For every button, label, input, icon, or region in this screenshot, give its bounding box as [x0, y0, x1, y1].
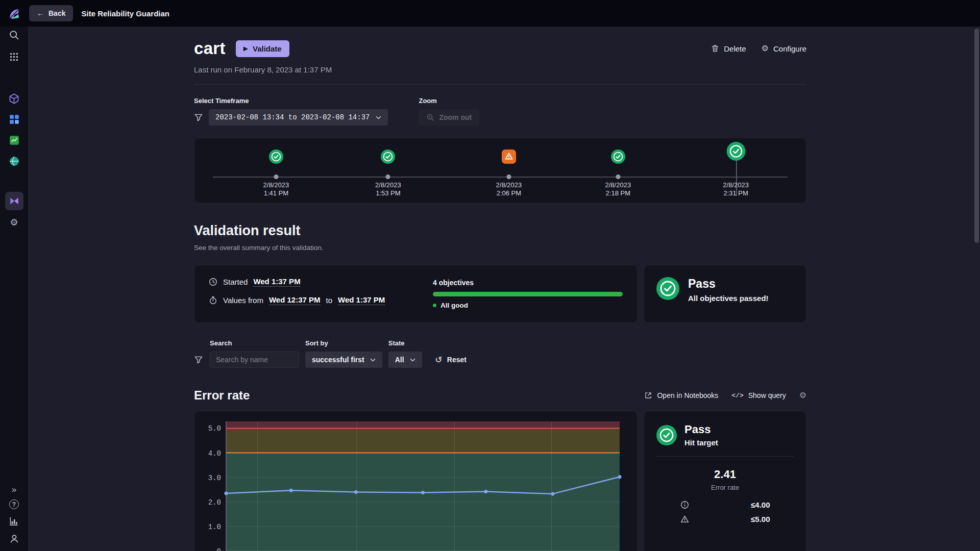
back-button[interactable]: ← Back	[29, 5, 73, 21]
objectives-count: 4 objectives	[433, 279, 623, 287]
chevron-down-icon	[410, 358, 415, 362]
search-icon[interactable]	[8, 29, 20, 41]
data-point	[225, 491, 228, 495]
pass-icon	[611, 149, 625, 164]
app-title: Site Reliability Guardian	[81, 9, 169, 18]
pass-icon	[656, 425, 677, 445]
app-icon-site-reliability-guardian[interactable]	[5, 192, 23, 210]
settings-app-icon[interactable]: ⚙	[8, 216, 20, 229]
expand-sidebar-icon[interactable]: »	[12, 485, 16, 494]
dynatrace-logo[interactable]	[7, 7, 21, 20]
app-icon-chart[interactable]	[8, 134, 20, 146]
help-icon[interactable]: ?	[9, 499, 19, 509]
data-point	[551, 492, 554, 495]
code-icon: </>	[731, 392, 743, 399]
overall-result-card: Pass All objectives passed!	[644, 265, 806, 323]
timeline-run-date: 2/8/2023	[243, 181, 309, 189]
timeline-run[interactable]: 2/8/20231:53 PM	[355, 138, 421, 203]
sort-select[interactable]: successful first	[305, 352, 382, 368]
error-rate-chart[interactable]: 01:45 PM02 PM02:15 PM02:30 PM01.02.03.04…	[194, 411, 637, 551]
scrollbar-thumb[interactable]	[974, 29, 979, 243]
svg-text:2.0: 2.0	[208, 498, 221, 507]
sort-label: Sort by	[305, 339, 382, 347]
header-divider	[194, 84, 806, 85]
chart-band-fail-zone	[226, 421, 620, 428]
timeline-run-time: 2:18 PM	[585, 189, 651, 197]
show-query-label: Show query	[748, 391, 786, 399]
page-title: cart	[194, 39, 226, 58]
state-select[interactable]: All	[388, 352, 422, 368]
back-arrow-icon: ←	[37, 9, 44, 17]
svg-text:0: 0	[217, 547, 221, 551]
started-label: Started	[223, 278, 248, 286]
svg-text:1.0: 1.0	[208, 523, 221, 531]
zoom-out-icon	[426, 113, 434, 121]
data-point	[289, 489, 293, 492]
objective-settings-icon[interactable]: ⚙	[799, 391, 806, 399]
delete-button[interactable]: Delete	[711, 44, 746, 53]
sort-value: successful first	[312, 356, 364, 364]
overall-result-label: Pass	[688, 277, 769, 291]
svg-text:3.0: 3.0	[208, 474, 221, 482]
usage-chart-icon[interactable]	[8, 515, 20, 527]
main-content: cart ▶ Validate Delete ⚙ Configure Last …	[29, 27, 980, 551]
timeline-track: 2/8/20231:41 PM2/8/20231:53 PM2/8/20232:…	[213, 138, 788, 203]
app-icon-grid[interactable]	[8, 113, 20, 126]
reset-button[interactable]: ↺ Reset	[435, 352, 467, 368]
stopwatch-icon	[209, 296, 217, 305]
info-icon	[680, 500, 689, 509]
result-divider	[656, 456, 794, 457]
timeline-run[interactable]: 2/8/20231:41 PM	[243, 138, 309, 203]
pass-icon	[381, 149, 395, 164]
zoom-out-button[interactable]: Zoom out	[419, 109, 479, 126]
scrollbar	[974, 28, 979, 550]
reset-icon: ↺	[435, 356, 443, 364]
objectives-status: All good	[440, 302, 468, 309]
values-from-value[interactable]: Wed 12:37 PM	[269, 295, 321, 305]
timeline-run-date: 2/8/2023	[585, 181, 651, 189]
timeline-run-date: 2/8/2023	[703, 181, 769, 189]
clock-icon	[209, 278, 217, 286]
sidebar: ⚙ » ?	[0, 27, 29, 551]
validate-button[interactable]: ▶ Validate	[236, 40, 289, 57]
timeframe-label: Select Timeframe	[194, 97, 388, 105]
topbar: ← Back Site Reliability Guardian	[0, 0, 980, 27]
back-label: Back	[48, 9, 65, 17]
configure-button[interactable]: ⚙ Configure	[762, 44, 806, 53]
warning-icon	[680, 515, 689, 523]
timeline-dot	[386, 174, 390, 179]
chart-svg: 01:45 PM02 PM02:15 PM02:30 PM01.02.03.04…	[194, 411, 637, 551]
objectives-progress-fill	[433, 292, 623, 296]
app-icon-cube[interactable]	[8, 92, 20, 105]
open-external-icon	[644, 391, 652, 399]
timeline-run-time: 2:31 PM	[703, 189, 769, 197]
validation-summary-card: Started Wed 1:37 PM Values from Wed 12:3…	[194, 265, 638, 323]
svg-text:4.0: 4.0	[208, 449, 221, 458]
values-to-value[interactable]: Wed 1:37 PM	[338, 295, 385, 305]
trash-icon	[711, 44, 719, 53]
timeline-run-time: 1:41 PM	[243, 189, 309, 197]
metric-value: 2.41	[656, 468, 794, 481]
timeline-run-date: 2/8/2023	[476, 181, 542, 189]
objective-result-label: Pass	[684, 423, 718, 436]
timeline-run[interactable]: 2/8/20232:31 PM	[703, 138, 769, 203]
objective-title: Error rate	[194, 388, 250, 403]
filter-icon	[194, 113, 203, 122]
app-icon-globe[interactable]	[8, 155, 20, 167]
validation-result-title: Validation result	[194, 223, 806, 239]
state-label: State	[388, 339, 422, 347]
open-in-notebooks-button[interactable]: Open in Notebooks	[644, 391, 718, 399]
overall-result-detail: All objectives passed!	[688, 294, 769, 303]
timeframe-select[interactable]: 2023-02-08 13:34 to 2023-02-08 14:37	[209, 109, 388, 126]
show-query-button[interactable]: </> Show query	[731, 391, 786, 399]
app-launcher-icon[interactable]	[8, 51, 20, 63]
data-point	[354, 490, 358, 494]
chart-band-warning-zone	[226, 428, 620, 453]
timeframe-value: 2023-02-08 13:34 to 2023-02-08 14:37	[215, 113, 370, 121]
started-value[interactable]: Wed 1:37 PM	[253, 277, 300, 287]
user-profile-icon[interactable]	[8, 533, 20, 545]
timeline-run[interactable]: 2/8/20232:06 PM	[476, 138, 542, 203]
search-input[interactable]	[210, 352, 299, 368]
state-value: All	[395, 356, 404, 364]
timeline-run[interactable]: 2/8/20232:18 PM	[585, 138, 651, 203]
